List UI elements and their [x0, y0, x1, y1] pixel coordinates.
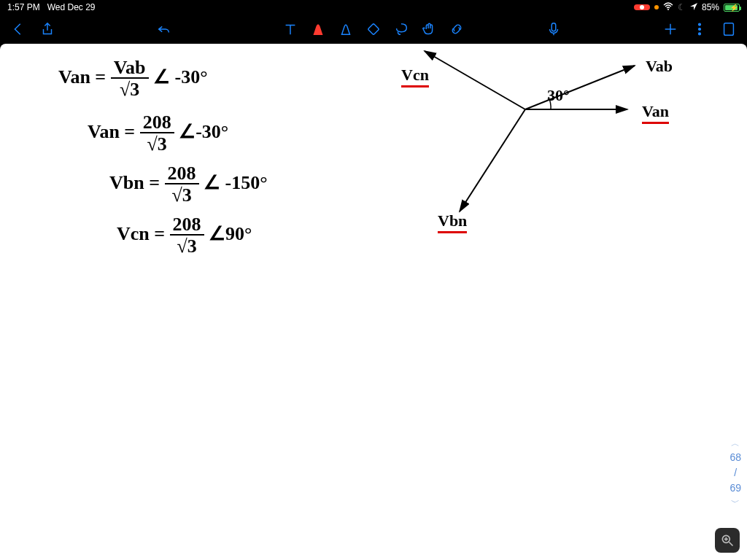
- status-date: Wed Dec 29: [47, 2, 96, 12]
- equation-1: Van = Vab√3 ∠ -30°: [58, 58, 208, 99]
- svg-point-0: [667, 9, 669, 10]
- page-total: 69: [729, 481, 741, 496]
- svg-line-10: [460, 109, 525, 211]
- label-vab: Vab: [646, 57, 673, 76]
- svg-point-4: [699, 28, 701, 31]
- shape-tool-icon[interactable]: [421, 21, 437, 37]
- zoom-button[interactable]: [715, 528, 740, 553]
- equation-4: Vcn = 208√3 ∠90°: [117, 215, 252, 256]
- battery-percent: 85%: [702, 2, 719, 12]
- svg-line-8: [525, 66, 635, 109]
- svg-rect-6: [724, 23, 734, 36]
- battery-icon: ⚡: [724, 4, 740, 12]
- svg-point-5: [699, 33, 701, 35]
- location-icon: [690, 2, 697, 12]
- add-button[interactable]: [662, 21, 678, 37]
- page-prev-icon[interactable]: ︿: [729, 437, 741, 450]
- wifi-icon: [663, 2, 673, 13]
- recording-indicator[interactable]: [634, 4, 650, 10]
- svg-rect-2: [551, 23, 556, 31]
- pages-button[interactable]: [721, 21, 737, 37]
- share-button[interactable]: [39, 21, 55, 37]
- tool-palette: [282, 21, 465, 37]
- lasso-tool-icon[interactable]: [393, 21, 409, 37]
- note-canvas[interactable]: Van = Vab√3 ∠ -30° Van = 208√3 ∠-30° Vbn…: [0, 44, 747, 560]
- svg-line-9: [425, 51, 525, 109]
- page-next-icon[interactable]: ﹀: [729, 496, 741, 509]
- pencil-tool-icon[interactable]: [338, 21, 354, 37]
- mic-in-use-dot: [654, 5, 659, 9]
- back-button[interactable]: [10, 21, 26, 37]
- more-button[interactable]: [692, 21, 708, 37]
- label-vcn: Vcn: [401, 66, 429, 88]
- label-van: Van: [642, 102, 669, 124]
- equation-2: Van = 208√3 ∠-30°: [88, 113, 228, 154]
- eraser-tool-icon[interactable]: [365, 21, 382, 37]
- svg-rect-1: [368, 23, 379, 35]
- microphone-button[interactable]: [546, 21, 562, 37]
- pen-tool-icon[interactable]: [310, 21, 326, 37]
- label-angle: 30°: [547, 86, 570, 105]
- undo-button[interactable]: [156, 21, 172, 37]
- page-current: 68: [729, 450, 741, 465]
- page-sep: /: [729, 465, 741, 481]
- svg-point-3: [699, 23, 701, 26]
- app-toolbar: [0, 15, 747, 44]
- moon-icon: ☾: [678, 2, 686, 12]
- label-vbn: Vbn: [438, 211, 467, 233]
- equation-3: Vbn = 208√3 ∠ -150°: [109, 164, 268, 205]
- text-tool-icon[interactable]: [282, 21, 298, 37]
- status-time: 1:57 PM: [7, 2, 40, 12]
- page-indicator[interactable]: ︿ 68 / 69 ﹀: [729, 437, 741, 509]
- status-bar: 1:57 PM Wed Dec 29 ☾ 85% ⚡: [0, 0, 747, 15]
- link-tool-icon[interactable]: [449, 21, 465, 37]
